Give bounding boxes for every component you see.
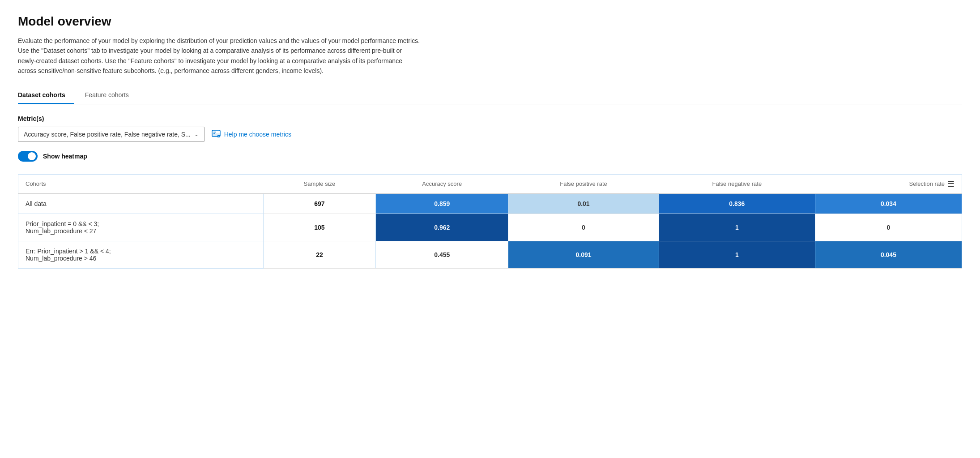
page-description: Evaluate the performance of your model b… [18, 36, 421, 76]
accuracy-score-cell: 0.859 [376, 193, 508, 214]
table-header-row: Cohorts Sample size Accuracy score False… [18, 174, 962, 193]
col-header-false-negative-rate: False negative rate [659, 174, 815, 193]
false-positive-rate-cell: 0.01 [508, 193, 659, 214]
tab-feature-cohorts[interactable]: Feature cohorts [85, 87, 138, 104]
col-header-accuracy-score: Accuracy score [376, 174, 508, 193]
metrics-table: Cohorts Sample size Accuracy score False… [18, 174, 962, 269]
false-negative-rate-cell: 0.836 [659, 193, 815, 214]
selection-rate-cell: 0.045 [815, 241, 962, 268]
metrics-dropdown-text: Accuracy score, False positive rate, Fal… [24, 131, 191, 138]
cohort-cell: Err: Prior_inpatient > 1 && < 4; Num_lab… [18, 241, 264, 268]
col-header-cohorts: Cohorts [18, 174, 264, 193]
sample-size-cell: 22 [263, 241, 376, 268]
svg-text:AI: AI [218, 135, 220, 137]
page-title: Model overview [18, 14, 962, 29]
accuracy-score-cell: 0.455 [376, 241, 508, 268]
help-metrics-label: Help me choose metrics [224, 131, 291, 138]
toggle-track [18, 151, 38, 162]
cohort-cell: All data [18, 193, 264, 214]
heatmap-toggle[interactable] [18, 151, 38, 162]
data-table-container: Cohorts Sample size Accuracy score False… [18, 174, 962, 269]
selection-rate-cell: 0.034 [815, 193, 962, 214]
tabs-container: Dataset cohorts Feature cohorts [18, 87, 962, 104]
metrics-dropdown[interactable]: Accuracy score, False positive rate, Fal… [18, 127, 205, 142]
sample-size-cell: 697 [263, 193, 376, 214]
false-positive-rate-cell: 0.091 [508, 241, 659, 268]
metrics-label: Metric(s) [18, 115, 962, 122]
table-body: All data6970.8590.010.8360.034Prior_inpa… [18, 193, 962, 268]
accuracy-score-cell: 0.962 [376, 214, 508, 241]
false-negative-rate-cell: 1 [659, 241, 815, 268]
selection-rate-cell: 0 [815, 214, 962, 241]
sample-size-cell: 105 [263, 214, 376, 241]
table-row: All data6970.8590.010.8360.034 [18, 193, 962, 214]
tab-dataset-cohorts[interactable]: Dataset cohorts [18, 87, 74, 104]
false-positive-rate-cell: 0 [508, 214, 659, 241]
col-header-false-positive-rate: False positive rate [508, 174, 659, 193]
false-negative-rate-cell: 1 [659, 214, 815, 241]
column-settings-icon[interactable]: ☰ [947, 179, 954, 189]
table-row: Err: Prior_inpatient > 1 && < 4; Num_lab… [18, 241, 962, 268]
col-header-selection-rate: Selection rate ☰ [815, 174, 962, 193]
cohort-cell: Prior_inpatient = 0 && < 3; Num_lab_proc… [18, 214, 264, 241]
toggle-thumb [28, 152, 36, 160]
help-metrics-button[interactable]: AI Help me choose metrics [212, 130, 291, 139]
heatmap-row: Show heatmap [18, 151, 962, 162]
metrics-row: Accuracy score, False positive rate, Fal… [18, 127, 962, 142]
col-header-sample-size: Sample size [263, 174, 376, 193]
chevron-down-icon: ⌄ [194, 131, 199, 137]
help-metrics-icon: AI [212, 130, 221, 139]
table-row: Prior_inpatient = 0 && < 3; Num_lab_proc… [18, 214, 962, 241]
heatmap-label: Show heatmap [43, 153, 87, 160]
